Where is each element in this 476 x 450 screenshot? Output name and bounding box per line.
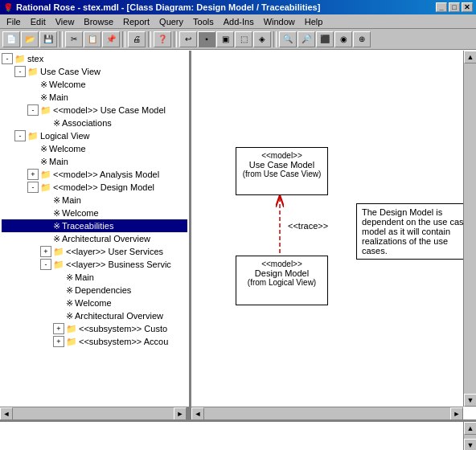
maximize-button[interactable]: □ — [449, 2, 460, 12]
label-ucv: Use Case View — [40, 66, 101, 77]
tb-btn14[interactable]: ⊕ — [353, 31, 371, 47]
tree-item-archov1[interactable]: ※ Architectural Overview — [2, 232, 187, 245]
expander-bs[interactable]: - — [40, 259, 51, 270]
copy-button[interactable]: 📋 — [84, 31, 101, 47]
tb-btn7[interactable]: ▣ — [216, 31, 234, 47]
label-welcome1: Welcome — [49, 79, 86, 90]
tb-btn11[interactable]: 🔎 — [298, 31, 315, 47]
menu-window[interactable]: Window — [259, 16, 300, 27]
tb-btn8[interactable]: ⬚ — [235, 31, 252, 47]
tree-item-welcome3[interactable]: ※ Welcome — [2, 207, 187, 219]
diagram-v-scrollbar[interactable]: ▲ ▼ — [463, 51, 476, 407]
expander-stex[interactable]: - — [2, 53, 13, 64]
menu-view[interactable]: View — [51, 16, 80, 27]
save-button[interactable]: 💾 — [39, 31, 57, 47]
expander-ucv[interactable]: - — [14, 66, 26, 77]
ucm-box[interactable]: <<model>> Use Case Model (from Use Case … — [236, 147, 328, 195]
ucm-stereotype: <<model>> — [240, 151, 324, 160]
tree-item-lv[interactable]: - 📁 Logical View — [2, 129, 187, 142]
folder-icon-acct: 📁 — [66, 336, 77, 347]
open-button[interactable]: 📂 — [21, 31, 39, 47]
help-button[interactable]: ❓ — [154, 31, 171, 47]
expander-acct[interactable]: + — [53, 336, 64, 347]
tree-item-main3[interactable]: ※ Main — [2, 194, 187, 207]
diagram-scroll-up[interactable]: ▲ — [464, 51, 476, 63]
close-button[interactable]: ✕ — [462, 2, 473, 12]
tree-item-acct[interactable]: + 📁 <<subsystem>> Accou — [2, 335, 187, 348]
item-icon-archov1: ※ — [53, 233, 60, 244]
tb-btn13[interactable]: ◉ — [334, 31, 352, 47]
tb-btn6[interactable]: ▪ — [198, 31, 215, 47]
menu-tools[interactable]: Tools — [188, 16, 219, 27]
tree-item-us[interactable]: + 📁 <<layer>> User Services — [2, 245, 187, 258]
tb-btn12[interactable]: ⬛ — [316, 31, 334, 47]
menu-bar: File Edit View Browse Report Query Tools… — [0, 14, 476, 29]
label-main3: Main — [62, 194, 81, 206]
tree-item-ucm[interactable]: - 📁 <<model>> Use Case Model — [2, 104, 187, 117]
menu-help[interactable]: Help — [300, 16, 328, 27]
label-acct: <<subsystem>> Accou — [79, 336, 168, 347]
tree-item-main2[interactable]: ※ Main — [2, 155, 187, 168]
tree-h-scrollbar[interactable]: ◄ ► — [0, 407, 189, 419]
minimize-button[interactable]: _ — [436, 2, 447, 12]
tree-item-welcome2[interactable]: ※ Welcome — [2, 142, 187, 155]
tb-btn9[interactable]: ◈ — [253, 31, 271, 47]
tree-item-dm[interactable]: - 📁 <<model>> Design Model — [2, 181, 187, 194]
tree-scroll-area[interactable]: - 📁 stex - 📁 Use Case View ※ W — [0, 51, 189, 407]
tree-scroll-left[interactable]: ◄ — [0, 407, 13, 419]
toolbar: 📄 📂 💾 ✂ 📋 📌 🖨 ❓ ↩ ▪ ▣ ⬚ ◈ 🔍 🔎 ⬛ ◉ ⊕ — [0, 29, 476, 50]
tree-item-ucv[interactable]: - 📁 Use Case View — [2, 65, 187, 78]
cut-button[interactable]: ✂ — [65, 31, 83, 47]
paste-button[interactable]: 📌 — [102, 31, 120, 47]
tree-item-stex[interactable]: - 📁 stex — [2, 52, 187, 65]
window-controls[interactable]: _ □ ✕ — [436, 2, 473, 12]
item-icon-main4: ※ — [66, 272, 73, 283]
menu-edit[interactable]: Edit — [26, 16, 51, 27]
expander-dm[interactable]: - — [27, 182, 39, 193]
expander-am[interactable]: + — [27, 169, 39, 180]
tree-item-am[interactable]: + 📁 <<model>> Analysis Model — [2, 168, 187, 181]
diagram-scroll-left[interactable]: ◄ — [191, 407, 204, 419]
tb-btn5[interactable]: ↩ — [179, 31, 197, 47]
menu-browse[interactable]: Browse — [79, 16, 118, 27]
print-button[interactable]: 🖨 — [128, 31, 146, 47]
tree-item-welcome4[interactable]: ※ Welcome — [2, 297, 187, 309]
diagram-h-scrollbar[interactable]: ◄ ► — [191, 407, 463, 419]
diagram-hscroll-track — [204, 407, 450, 419]
tree-item-assoc[interactable]: ※ Associations — [2, 117, 187, 129]
expander-cust[interactable]: + — [53, 323, 64, 334]
tree-item-main4[interactable]: ※ Main — [2, 271, 187, 284]
diagram-scroll-right[interactable]: ► — [450, 407, 463, 419]
tb-btn10[interactable]: 🔍 — [279, 31, 297, 47]
menu-report[interactable]: Report — [118, 16, 154, 27]
menu-file[interactable]: File — [2, 16, 26, 27]
tree-scroll-right[interactable]: ► — [174, 407, 187, 419]
menu-addins[interactable]: Add-Ins — [219, 16, 259, 27]
tree-item-trace[interactable]: ※ Traceabilities — [2, 219, 187, 232]
expander-lv[interactable]: - — [14, 130, 26, 141]
app-icon: 🌹 — [3, 3, 13, 12]
label-dm: <<model>> Design Model — [53, 182, 154, 193]
tree-item-deps[interactable]: ※ Dependencies — [2, 284, 187, 297]
tree-item-welcome1[interactable]: ※ Welcome — [2, 78, 187, 91]
expander-ucm[interactable]: - — [27, 104, 39, 116]
tree-item-cust[interactable]: + 📁 <<subsystem>> Custo — [2, 322, 187, 335]
log-scroll-up[interactable]: ▲ — [464, 422, 476, 435]
expander-us[interactable]: + — [40, 246, 51, 257]
log-text[interactable] — [0, 422, 463, 450]
tree-item-bs[interactable]: - 📁 <<layer>> Business Servic — [2, 258, 187, 271]
diagram-panel[interactable]: <<model>> Use Case Model (from Use Case … — [191, 51, 476, 419]
diagram-scroll-down[interactable]: ▼ — [464, 394, 476, 407]
menu-query[interactable]: Query — [154, 16, 188, 27]
new-button[interactable]: 📄 — [2, 31, 20, 47]
log-scrollbar[interactable]: ▲ ▼ — [463, 422, 476, 450]
dm-box[interactable]: <<model>> Design Model (from Logical Vie… — [236, 256, 328, 305]
tree-item-main1[interactable]: ※ Main — [2, 91, 187, 104]
folder-icon-stex: 📁 — [14, 53, 26, 64]
item-icon-welcome2: ※ — [40, 143, 47, 154]
tree-item-archov2[interactable]: ※ Architectural Overview — [2, 309, 187, 322]
log-scroll-down[interactable]: ▼ — [464, 439, 476, 450]
item-icon-assoc: ※ — [53, 117, 60, 129]
folder-icon-dm: 📁 — [40, 182, 51, 193]
label-welcome4: Welcome — [75, 297, 112, 309]
